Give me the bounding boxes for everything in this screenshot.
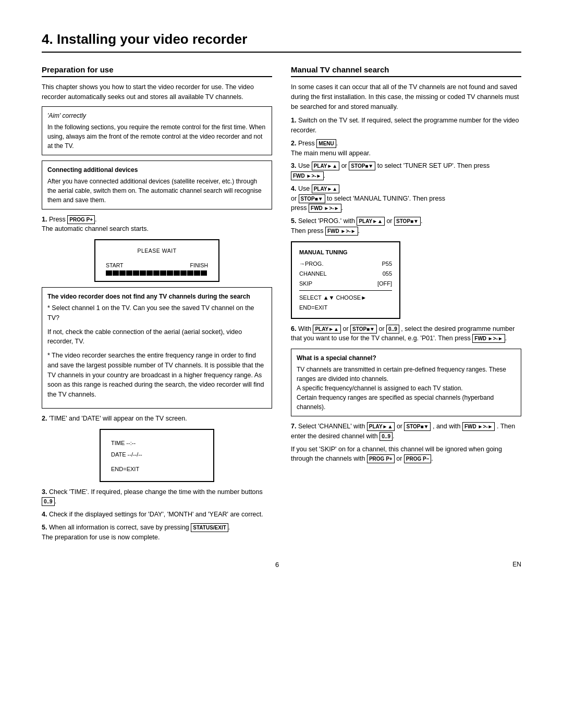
mt-skip-value: [OFF] [377,279,392,289]
what-is-text: TV channels are transmitted in certain p… [297,366,506,411]
r-step2-text: Press [298,140,315,147]
step4-right: 4. Use PLAY►▲ or STOP■▼ to select 'MANUA… [291,184,521,213]
manual-tuning-screen: MANUAL TUNING →PROG. P55 CHANNEL 055 SKI… [291,241,400,319]
step5-after: The preparation for use is now complete. [42,534,160,541]
pb6 [140,270,146,276]
r-step5-then: Then press [291,227,325,235]
start-finish-row: START FINISH [106,262,208,268]
play-key-5: PLAY►▲ [357,217,385,226]
step3-left: 3. Check 'TIME'. If required, please cha… [42,487,272,507]
r-step7-text: Select 'CHANNEL' with [298,423,365,430]
connect-box: Connecting additional devices After you … [42,161,272,209]
pb4 [126,270,132,276]
pb1 [106,270,112,276]
page-title: 4. Installing your video recorder [42,31,521,53]
mt-channel-label: CHANNEL [299,269,327,279]
manual-row-skip: SKIP [OFF] [299,279,392,289]
step1-after: The automatic channel search starts. [42,225,149,232]
r-step1-text: Switch on the TV set. If required, selec… [291,117,519,134]
finish-label: FINISH [190,262,208,268]
fwd-key-7: FWD ►>-► [462,422,495,431]
time-date-screen: TIME --:-- DATE --/--/-- END=EXIT [100,429,214,482]
stop-key-5: STOP■▼ [394,217,421,226]
mt-footer2: END=EXIT [299,303,392,313]
no-channels-b0: * Select channel 1 on the TV. Can you se… [47,303,266,323]
pb13 [187,270,193,276]
step8-right: If you set 'SKIP' on for a channel, this… [291,445,521,464]
pb14 [194,270,200,276]
mt-skip-label: SKIP [299,279,312,289]
r-step4-after: to select 'MANUAL TUNING'. Then press [327,195,445,202]
r-step5-mid: or [386,217,394,225]
step2-num: 2. [42,415,47,422]
step4-text: Check if the displayed settings for 'DAY… [49,511,263,518]
step1-num: 1. [42,216,47,223]
r-step3-text: Use [298,162,310,169]
step2-right: 2. Press MENU. The main menu will appear… [291,139,521,158]
step3-key: 0..9 [42,497,55,506]
date-label: DATE --/--/-- [111,449,203,460]
step5-num: 5. [42,524,47,531]
num-key-7: 0..9 [380,432,393,441]
r-step5-text: Select 'PROG.' with [298,217,355,225]
right-column: Manual TV channel search In some cases i… [291,65,521,467]
mt-channel-value: 055 [383,269,392,279]
status-exit-key: STATUS/EXIT [191,523,228,532]
pb8 [153,270,160,276]
r-step3-num: 3. [291,162,296,169]
aim-box-text: In the following sections, you require t… [47,124,265,150]
play-key-7: PLAY►▲ [367,422,395,431]
connect-box-text: After you have connected additional devi… [47,178,262,204]
fwd-key-5: FWD ►>-► [325,227,358,236]
r-step4-text: Use [298,185,310,192]
fwd-key-3: FWD ►>-► [291,171,324,180]
pb9 [160,270,166,276]
step2-text: 'TIME' and 'DATE' will appear on the TV … [49,415,187,422]
step2-left: 2. 'TIME' and 'DATE' will appear on the … [42,414,272,424]
r-step5-num: 5. [291,217,296,225]
r-step4-num: 4. [291,185,296,192]
section-title-manual: Manual TV channel search [291,65,521,77]
pb7 [146,270,153,276]
what-is-title: What is a special channel? [297,353,516,363]
step1-right: 1. Switch on the TV set. If required, se… [291,116,521,135]
r-step6-mid2: or [379,325,387,332]
step1-left: 1. Press PROG P+. The automatic channel … [42,215,272,235]
page-number: 6 [42,561,512,569]
stop-key-7: STOP■▼ [404,422,431,431]
no-channels-title: The video recorder does not find any TV … [47,292,266,301]
r-step3-mid: or [341,162,347,169]
step5-left: 5. When all information is correct, save… [42,523,272,542]
r-step7-after: , and with [433,423,461,430]
pb5 [133,270,139,276]
step4-left: 4. Check if the displayed settings for '… [42,510,272,520]
step3-right: 3. Use PLAY►▲ or STOP■▼ to select 'TUNER… [291,161,521,181]
step7-right: 7. Select 'CHANNEL' with PLAY►▲ or STOP■… [291,422,521,441]
step5-right: 5. Select 'PROG.' with PLAY►▲ or STOP■▼.… [291,216,521,236]
r-step1-num: 1. [291,117,296,124]
pb12 [180,270,187,276]
pb11 [174,270,180,276]
end-exit-label: END=EXIT [111,463,203,475]
manual-row-prog: →PROG. P55 [299,259,392,269]
manual-row-channel: CHANNEL 055 [299,269,392,279]
r-step6-num: 6. [291,325,296,332]
mt-footer1: SELECT ▲▼ CHOOSE► [299,293,392,303]
prog-p-minus-key: PROG P– [404,454,431,463]
pb10 [167,270,173,276]
step1-text: Press [49,216,66,223]
prog-p-key: PROG P+ [67,215,95,224]
connect-box-title: Connecting additional devices [47,165,266,175]
r-step6-mid1: or [342,325,350,332]
progress-blocks [106,270,208,276]
play-key-6: PLAY►▲ [313,325,341,334]
what-is-box: What is a special channel? TV channels a… [291,349,521,416]
left-column: Preparation for use This chapter shows y… [42,65,272,545]
play-key-3: PLAY►▲ [312,162,340,170]
aim-box-title: 'Aim' correctly [47,111,266,120]
no-channels-box: The video recorder does not find any TV … [42,287,272,409]
step4-num: 4. [42,511,47,518]
lang-label: EN [512,561,521,569]
stop-key-4: STOP■▼ [299,194,325,203]
r-step7-num: 7. [291,423,296,430]
